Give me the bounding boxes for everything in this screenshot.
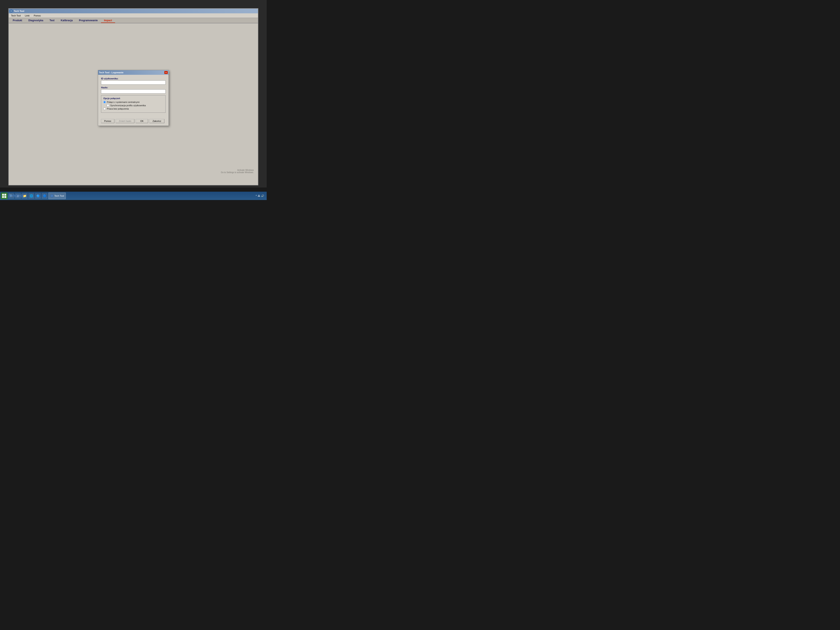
user-id-group: ID użytkownika: (101, 77, 166, 85)
extra-icon-2[interactable]: 🔵 (42, 193, 47, 199)
checkbox-sync-input[interactable] (107, 104, 109, 107)
user-id-label: ID użytkownika: (101, 77, 166, 80)
dialog-close-button[interactable]: × (164, 71, 168, 74)
user-id-input[interactable] (101, 81, 166, 85)
system-tray: ^ 🖧 🔊 (256, 194, 264, 197)
pomoc-button[interactable]: Pomoc (101, 119, 114, 123)
network-icon[interactable]: 🖧 (258, 194, 260, 197)
dialog-body: ID użytkownika: Hasło: Opcje połączeń (98, 75, 169, 118)
taskbar: 🔍 ⊟ 📁 🌐 🔷 🔵 Tech Tool ^ 🖧 🔊 (0, 192, 267, 200)
dialog-title: Tech Tool - Logowanie (99, 71, 123, 74)
radio-work-offline-input[interactable] (103, 107, 106, 110)
tab-programowanie[interactable]: Programowanie (76, 18, 101, 23)
login-dialog: Tech Tool - Logowanie × ID użytkownika: … (98, 70, 169, 126)
tab-diagnostyka[interactable]: Diagnostyka (25, 18, 46, 23)
ok-button[interactable]: OK (136, 119, 148, 123)
password-label: Hasło: (101, 86, 166, 89)
radio-work-offline: Praca bez połączenia (103, 107, 163, 110)
tab-test[interactable]: Test (46, 18, 58, 23)
windows-logo-icon (2, 194, 6, 198)
tab-impact[interactable]: Impact (101, 18, 115, 23)
app-icon (9, 9, 13, 13)
zmien-haslo-button[interactable]: Zmień hasło (115, 119, 134, 123)
app-window: Tech Tool Tech Tool Linki Pomoc Produkt … (8, 8, 258, 185)
tab-kalibracja[interactable]: Kalibracja (58, 18, 76, 23)
internet-explorer-icon[interactable]: 🌐 (28, 193, 34, 199)
radio-work-offline-label: Praca bez połączenia (107, 107, 129, 110)
lenovo-logo: lenovo (8, 193, 23, 198)
menu-pomoc[interactable]: Pomoc (32, 14, 43, 17)
radio-connect-central-input[interactable] (103, 101, 106, 103)
start-button[interactable] (1, 193, 8, 199)
volume-icon[interactable]: 🔊 (261, 194, 264, 197)
dialog-title-bar: Tech Tool - Logowanie × (98, 70, 169, 75)
dialog-footer: Pomoc Zmień hasło OK Zakończ (98, 118, 169, 126)
radio-connect-central-label: Połącz z systemami centralnymi (107, 101, 140, 103)
taskbar-window-icon (50, 194, 54, 197)
title-bar-text: Tech Tool (14, 10, 257, 12)
options-group-title: Opcje połączeń (103, 97, 163, 99)
activate-windows-text: Activate Windows Go to Settings to activ… (221, 169, 254, 174)
connection-options-group: Opcje połączeń Połącz z systemami centra… (101, 95, 166, 113)
zakoncz-button[interactable]: Zakończ (149, 119, 164, 123)
menu-tech-tool[interactable]: Tech Tool (9, 14, 22, 17)
svg-point-0 (10, 10, 12, 12)
title-bar: Tech Tool (9, 9, 258, 13)
password-group: Hasło: (101, 86, 166, 93)
checkbox-sync-profile: Synchronizacja profilu użytkownika (107, 104, 163, 107)
taskbar-right-area: ^ 🖧 🔊 (256, 194, 266, 197)
tray-chevron-icon[interactable]: ^ (256, 194, 257, 197)
taskbar-active-window[interactable]: Tech Tool (48, 193, 66, 199)
tab-produkt[interactable]: Produkt (9, 18, 25, 23)
menu-bar: Tech Tool Linki Pomoc (9, 13, 258, 18)
checkbox-sync-label: Synchronizacja profilu użytkownika (110, 104, 146, 107)
password-input[interactable] (101, 89, 166, 93)
modal-overlay: Tech Tool - Logowanie × ID użytkownika: … (9, 23, 258, 185)
radio-connect-central: Połącz z systemami centralnymi (103, 101, 163, 103)
menu-linki[interactable]: Linki (23, 14, 32, 17)
main-content: Tech Tool - Logowanie × ID użytkownika: … (9, 23, 258, 185)
nav-bar: Produkt Diagnostyka Test Kalibracja Prog… (9, 18, 258, 23)
extra-icon-1[interactable]: 🔷 (35, 193, 41, 199)
taskbar-window-label: Tech Tool (54, 194, 64, 197)
